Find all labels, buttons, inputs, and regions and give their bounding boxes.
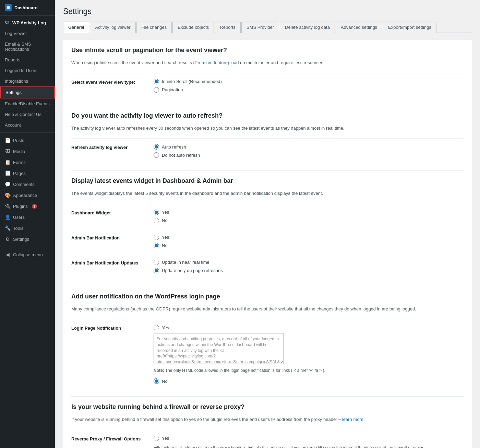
sidebar: ⊞ Dashboard 🛡 WP Activity Log Log Viewer…	[0, 0, 55, 448]
sidebar-item-media[interactable]: 🖼 Media	[0, 146, 55, 157]
radio-firewall-yes[interactable]: Yes	[154, 436, 464, 441]
tab-delete-activity[interactable]: Delete activity log data	[280, 22, 335, 33]
section-firewall-desc: If your website is running behind a fire…	[71, 416, 464, 423]
scroll-type-options: Infinite Scroll (Recommended) Pagination	[154, 79, 464, 93]
admin-bar-notification-options: Yes No	[154, 235, 464, 248]
radio-dashboard-no[interactable]: No	[154, 218, 464, 223]
dashboard-menu-item[interactable]: ⊞ Dashboard	[0, 0, 55, 15]
section-dashboard-widget-desc: The events widget displays the latest 5 …	[71, 190, 464, 197]
sidebar-item-enable-disable[interactable]: Enable/Disable Events	[0, 98, 55, 109]
settings-wp-icon: ⚙	[5, 236, 10, 242]
setting-row-scroll-type: Select event viewer view type: Infinite …	[71, 73, 464, 98]
main-content: Settings General Activity log viewer Fil…	[55, 0, 480, 448]
radio-firewall-yes-input[interactable]	[154, 436, 159, 441]
sidebar-item-settings[interactable]: Settings	[0, 86, 55, 98]
sidebar-item-forms[interactable]: 📋 Forms	[0, 157, 55, 168]
sidebar-item-posts[interactable]: 📄 Posts	[0, 135, 55, 146]
tab-general[interactable]: General	[63, 22, 89, 33]
sidebar-item-appearance[interactable]: 🎨 Appearance	[0, 190, 55, 201]
radio-dashboard-no-label: No	[162, 218, 168, 223]
radio-login-yes[interactable]: Yes	[154, 325, 464, 330]
radio-login-no[interactable]: No	[154, 378, 464, 384]
sidebar-item-comments[interactable]: 💬 Comments	[0, 179, 55, 190]
setting-row-admin-bar-updates: Admin Bar Notification Updates Update in…	[71, 254, 464, 279]
section-login-notification-desc: Many compliance regulations (such as the…	[71, 306, 464, 313]
radio-admin-bar-yes[interactable]: Yes	[154, 235, 464, 240]
radio-login-yes-input[interactable]	[154, 325, 159, 330]
sidebar-item-log-viewer[interactable]: Log Viewer	[0, 28, 55, 39]
radio-infinite-scroll-input[interactable]	[154, 79, 159, 84]
radio-auto-refresh[interactable]: Auto refresh	[154, 144, 464, 150]
sidebar-item-email-sms[interactable]: Email & SMS Notifications	[0, 39, 55, 55]
radio-dashboard-yes[interactable]: Yes	[154, 210, 464, 215]
users-icon: 👤	[5, 214, 10, 220]
shield-icon: 🛡	[5, 20, 10, 25]
radio-pagination[interactable]: Pagination	[154, 87, 464, 93]
sidebar-item-pages[interactable]: 📃 Pages	[0, 168, 55, 179]
section-infinite-scroll-desc: When using infinite scroll the event vie…	[71, 59, 464, 66]
radio-admin-bar-yes-input[interactable]	[154, 235, 159, 240]
tab-activity-log-viewer[interactable]: Activity log viewer	[90, 22, 135, 33]
learn-more-link[interactable]: learn more	[342, 417, 363, 422]
admin-bar-updates-label: Admin Bar Notification Updates	[71, 260, 147, 266]
radio-no-auto-refresh-label: Do not auto refresh	[162, 153, 200, 158]
radio-login-no-input[interactable]	[154, 378, 159, 384]
radio-auto-refresh-input[interactable]	[154, 144, 159, 150]
collapse-menu-item[interactable]: ◀ Collapse menu	[0, 249, 55, 260]
section-auto-refresh-desc: The activity log viewer auto refreshes e…	[71, 125, 464, 132]
separator-2	[71, 170, 464, 170]
admin-bar-updates-options: Update in near real time Update only on …	[154, 260, 464, 273]
radio-on-refresh-input[interactable]	[154, 268, 159, 273]
sidebar-item-settings-wp[interactable]: ⚙ Settings	[0, 234, 55, 245]
sidebar-item-logged-in-users[interactable]: Logged In Users	[0, 65, 55, 76]
wp-activity-label: WP Activity Log	[12, 20, 46, 25]
radio-pagination-label: Pagination	[162, 87, 183, 92]
radio-dashboard-yes-input[interactable]	[154, 210, 159, 215]
settings-label: Settings	[5, 90, 22, 95]
tab-export-import[interactable]: Export/import settings	[383, 22, 436, 33]
page-title: Settings	[63, 7, 472, 16]
help-contact-label: Help & Contact Us	[5, 112, 41, 117]
radio-admin-bar-no-input[interactable]	[154, 243, 159, 248]
radio-no-auto-refresh-input[interactable]	[154, 152, 159, 158]
setting-row-login-notification: Login Page Notification Yes For security…	[71, 319, 464, 389]
radio-near-real-time[interactable]: Update in near real time	[154, 260, 464, 265]
dashboard-widget-options: Yes No	[154, 210, 464, 223]
settings-tabs: General Activity log viewer File changes…	[63, 22, 472, 33]
tab-advanced-settings[interactable]: Advanced settings	[336, 22, 382, 33]
tab-reports[interactable]: Reports	[215, 22, 241, 33]
login-notification-note: Note: The only HTML code allowed in the …	[154, 368, 464, 373]
radio-admin-bar-no-label: No	[162, 243, 168, 248]
sidebar-item-tools[interactable]: 🔧 Tools	[0, 223, 55, 234]
radio-on-refresh[interactable]: Update only on page refreshes	[154, 268, 464, 273]
radio-pagination-input[interactable]	[154, 87, 159, 93]
section-firewall-title: Is your website running behind a firewal…	[71, 403, 464, 413]
radio-no-auto-refresh[interactable]: Do not auto refresh	[154, 152, 464, 158]
login-notification-textarea[interactable]: For security and auditing purposes, a re…	[154, 333, 284, 364]
sidebar-item-users[interactable]: 👤 Users	[0, 212, 55, 223]
login-notification-label: Login Page Notification	[71, 325, 147, 331]
radio-infinite-scroll[interactable]: Infinite Scroll (Recommended)	[154, 79, 464, 84]
enable-disable-label: Enable/Disable Events	[5, 101, 50, 106]
setting-row-admin-bar-notification: Admin Bar Notification Yes No	[71, 229, 464, 254]
tab-exclude-objects[interactable]: Exclude objects	[172, 22, 214, 33]
integrations-label: Integrations	[5, 79, 28, 84]
sidebar-item-reports[interactable]: Reports	[0, 55, 55, 65]
sidebar-divider	[0, 132, 55, 133]
radio-near-real-time-input[interactable]	[154, 260, 159, 265]
radio-dashboard-no-input[interactable]	[154, 218, 159, 223]
sidebar-item-help-contact[interactable]: Help & Contact Us	[0, 109, 55, 120]
tools-icon: 🔧	[5, 225, 10, 231]
tab-sms-provider[interactable]: SMS Provider	[241, 22, 279, 33]
sidebar-divider-2	[0, 247, 55, 247]
wp-activity-header[interactable]: 🛡 WP Activity Log	[0, 17, 55, 28]
radio-admin-bar-no[interactable]: No	[154, 243, 464, 248]
section-infinite-scroll-title: Use infinite scroll or pagination for th…	[71, 47, 464, 57]
admin-bar-notification-label: Admin Bar Notification	[71, 235, 147, 240]
premium-feature-link[interactable]: (Premium feature)	[193, 60, 229, 65]
radio-dashboard-yes-label: Yes	[162, 210, 169, 215]
tab-file-changes[interactable]: File changes	[136, 22, 172, 33]
sidebar-item-account[interactable]: Account	[0, 120, 55, 130]
sidebar-item-integrations[interactable]: Integrations	[0, 76, 55, 86]
sidebar-item-plugins[interactable]: 🔌 Plugins 1	[0, 201, 55, 212]
